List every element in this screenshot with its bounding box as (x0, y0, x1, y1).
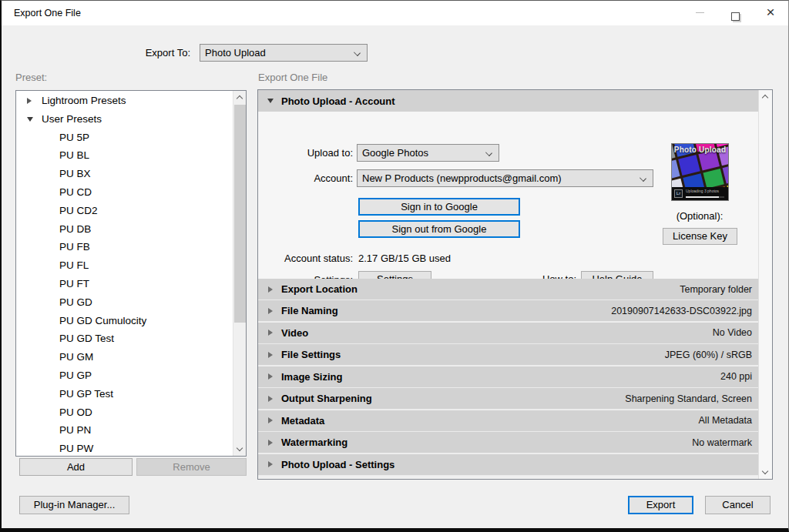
scroll-down-icon[interactable] (233, 443, 247, 456)
preset-item[interactable]: PU FB (16, 238, 233, 256)
plugin-logo-statusbar: Lr Uploading 3 photos (672, 187, 728, 200)
triangle-collapsed-icon (268, 373, 273, 380)
preset-item[interactable]: PU GM (16, 348, 233, 366)
preset-item[interactable]: PU CD2 (16, 202, 233, 220)
account-section-body: Upload to: Google Photos Account: New P … (258, 112, 759, 279)
scroll-up-icon[interactable] (759, 90, 773, 103)
account-label: Account: (258, 169, 353, 187)
cancel-button[interactable]: Cancel (705, 496, 771, 514)
preset-item[interactable]: PU GP Test (16, 385, 233, 403)
maximize-button[interactable] (717, 1, 753, 25)
triangle-collapsed-icon (268, 330, 273, 336)
plugin-logo-image: Photo Upload Lr Uploading 3 photos (671, 143, 729, 201)
triangle-collapsed-icon[interactable] (27, 98, 32, 104)
sign-in-google-button[interactable]: Sign in to Google (358, 198, 520, 216)
chevron-down-icon (354, 49, 361, 56)
preset-item[interactable]: PU GD Test (16, 330, 233, 348)
preset-item-label: PU FB (16, 238, 233, 256)
section-row[interactable]: WatermarkingNo watermark (258, 432, 759, 453)
section-row[interactable]: VideoNo Video (258, 323, 759, 344)
close-button[interactable]: × (753, 1, 788, 25)
section-photo-upload-account[interactable]: Photo Upload - Account (258, 90, 759, 112)
section-title: Watermarking (281, 432, 347, 453)
section-row[interactable]: Image Sizing240 ppi (258, 366, 759, 388)
account-status-value: 2.17 GB/15 GB used (358, 249, 451, 267)
section-value: 20190907142633-DSC03922.jpg (611, 300, 752, 321)
add-preset-button[interactable]: Add (19, 458, 133, 476)
section-title: Metadata (281, 410, 324, 431)
preset-item[interactable]: PU GD Cumulocity (16, 312, 233, 330)
preset-item[interactable]: PU CD (16, 183, 233, 202)
optional-label: (Optional): (650, 210, 750, 222)
license-key-button[interactable]: License Key (663, 228, 737, 245)
close-icon: × (766, 4, 774, 20)
section-row[interactable]: MetadataAll Metadata (258, 410, 759, 432)
upload-to-dropdown[interactable]: Google Photos (357, 144, 499, 162)
export-button[interactable]: Export (628, 496, 693, 514)
preset-item[interactable]: PU PN (16, 421, 233, 440)
section-row[interactable]: Photo Upload - Settings (258, 454, 759, 476)
preset-group[interactable]: User Presets (16, 110, 233, 129)
plugin-logo-progressbar (686, 196, 724, 198)
preset-item-label: PU PW (16, 440, 233, 456)
preset-item-label: PU DB (16, 220, 233, 239)
account-value: New P Products (newpproducts@gmail.com) (362, 172, 562, 184)
preset-item-label: PU CD (16, 183, 233, 202)
triangle-collapsed-icon (268, 440, 273, 446)
section-title: Output Sharpening (281, 388, 372, 409)
mosaic-cell (703, 168, 724, 189)
minimize-button[interactable] (682, 1, 717, 25)
preset-group[interactable]: Lightroom Presets (16, 92, 233, 110)
preset-item[interactable]: PU BX (16, 165, 233, 183)
triangle-collapsed-icon (268, 352, 273, 358)
section-title: File Settings (281, 344, 341, 365)
triangle-collapsed-icon (268, 308, 273, 314)
sign-out-google-button[interactable]: Sign out from Google (358, 220, 520, 238)
preset-item[interactable]: PU DB (16, 220, 233, 239)
preset-item[interactable]: PU PW (16, 440, 233, 456)
section-value: 240 ppi (720, 366, 752, 387)
preset-item[interactable]: PU GD (16, 293, 233, 312)
main-panel-scrollbar[interactable] (758, 90, 772, 479)
preset-label: Preset: (15, 72, 47, 83)
preset-item-label: PU FT (16, 275, 233, 293)
triangle-expanded-icon[interactable] (27, 117, 33, 122)
main-panel-label: Export One File (258, 72, 327, 83)
preset-item[interactable]: PU 5P (16, 129, 233, 147)
section-value: Sharpening Standard, Screen (625, 388, 752, 409)
scroll-up-icon[interactable] (233, 91, 247, 104)
preset-item-label: PU GP (16, 366, 233, 385)
preset-item-label: PU GD Test (16, 330, 233, 348)
plugin-manager-button[interactable]: Plug-in Manager... (19, 496, 129, 514)
section-row[interactable]: File SettingsJPEG (60%) / sRGB (258, 344, 759, 366)
preset-item-label: PU FL (16, 256, 233, 275)
section-title: Photo Upload - Account (281, 90, 395, 112)
triangle-collapsed-icon (268, 417, 273, 423)
scrollbar-thumb[interactable] (234, 105, 246, 323)
preset-item[interactable]: PU GP (16, 366, 233, 385)
scroll-down-icon[interactable] (759, 466, 773, 479)
preset-item-label: PU BL (16, 146, 233, 165)
export-to-value: Photo Upload (205, 47, 266, 59)
preset-item[interactable]: PU FT (16, 275, 233, 293)
remove-preset-button[interactable]: Remove (136, 458, 247, 476)
section-title: Export Location (281, 279, 358, 299)
export-settings-panel: Photo Upload - Account Upload to: Google… (257, 89, 773, 480)
section-title: Image Sizing (281, 366, 342, 387)
section-value: All Metadata (699, 410, 752, 431)
section-value: Temporary folder (680, 279, 752, 299)
section-row[interactable]: Export LocationTemporary folder (258, 279, 759, 300)
export-to-dropdown[interactable]: Photo Upload (200, 44, 368, 62)
account-dropdown[interactable]: New P Products (newpproducts@gmail.com) (357, 169, 653, 187)
preset-item-label: PU CD2 (16, 202, 233, 220)
preset-item[interactable]: PU BL (16, 146, 233, 165)
preset-item[interactable]: PU FL (16, 256, 233, 275)
preset-list: Lightroom PresetsUser PresetsPU 5PPU BLP… (15, 90, 247, 457)
section-row[interactable]: Output SharpeningSharpening Standard, Sc… (258, 388, 759, 410)
preset-item[interactable]: PU OD (16, 403, 233, 422)
preset-scrollbar[interactable] (233, 91, 246, 456)
export-dialog-window: Export One File × Export To: Photo Uploa… (0, 0, 789, 532)
section-row[interactable]: File Naming20190907142633-DSC03922.jpg (258, 300, 759, 322)
lightroom-icon: Lr (674, 189, 683, 198)
preset-item-label: PU GP Test (16, 385, 233, 403)
